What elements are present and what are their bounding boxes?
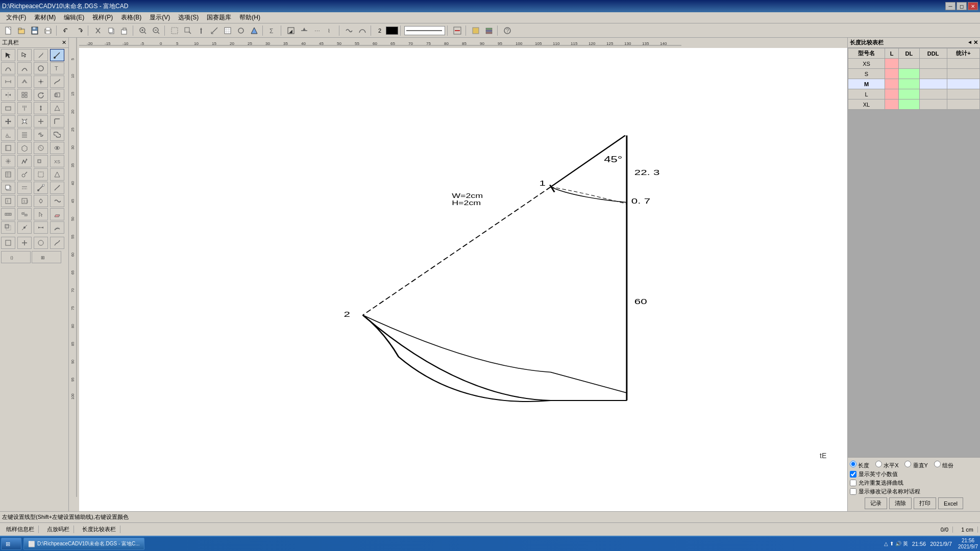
tool-list[interactable] [17, 129, 32, 141]
tool-explode[interactable] [1, 155, 15, 167]
tool-arc[interactable] [17, 62, 32, 74]
tool-special-1[interactable]: ⟨⟩ [1, 251, 31, 263]
tb-color-picker[interactable] [386, 27, 398, 35]
tool-special-2[interactable]: ⊞ [32, 251, 61, 263]
tool-extra-2[interactable] [17, 237, 32, 249]
menu-table[interactable]: 表格(B) [117, 12, 145, 23]
print-button[interactable]: 打印 [914, 497, 936, 509]
tool-ruler[interactable] [1, 208, 15, 220]
tool-dart[interactable] [50, 102, 64, 114]
radio-length[interactable] [850, 461, 856, 467]
tool-grade-pt[interactable] [17, 221, 32, 234]
record-button[interactable]: 记录 [865, 497, 887, 509]
tb-save[interactable] [29, 25, 41, 36]
tool-rotate[interactable] [34, 89, 48, 101]
cell-xl-l[interactable] [885, 99, 899, 110]
tool-array[interactable] [17, 89, 32, 101]
menu-display[interactable]: 显示(V) [145, 12, 174, 23]
status-grade[interactable]: 点放码栏 [43, 525, 74, 533]
tb-curve[interactable] [356, 25, 369, 36]
tb-pan[interactable] [195, 25, 207, 36]
tool-v2[interactable] [50, 168, 64, 181]
tool-line-type[interactable] [17, 182, 32, 194]
tool-table[interactable] [1, 168, 15, 181]
close-button[interactable]: ✕ [968, 2, 978, 10]
cell-m-stat[interactable] [947, 79, 979, 89]
tool-extend[interactable] [34, 115, 48, 128]
cell-s-l[interactable] [885, 69, 899, 79]
tool-move[interactable] [1, 115, 15, 128]
tool-pen[interactable] [34, 49, 48, 61]
tool-stitch[interactable] [17, 155, 32, 167]
toolbox-close-icon[interactable]: ✕ [62, 39, 66, 46]
cell-l-dl[interactable] [898, 89, 919, 99]
right-panel-close-icon[interactable]: ✕ [973, 39, 978, 46]
cell-xs-dl[interactable] [898, 59, 919, 69]
tool-grade-all[interactable] [1, 221, 15, 234]
cell-m-dl[interactable] [898, 79, 919, 89]
tool-dim-line[interactable] [1, 76, 15, 88]
tb-fill[interactable] [248, 25, 260, 36]
tool-seam[interactable] [1, 102, 15, 114]
cell-xs-stat[interactable] [947, 59, 979, 69]
tb-zoom-window[interactable] [182, 25, 194, 36]
status-length-table[interactable]: 长度比较表栏 [78, 525, 120, 533]
tb-measure[interactable] [208, 25, 220, 36]
tool-v1[interactable] [34, 168, 48, 181]
tool-erase[interactable] [50, 208, 64, 220]
tool-grain[interactable] [34, 102, 48, 114]
checkbox-show-modify[interactable] [850, 488, 856, 495]
tool-arrow[interactable] [1, 49, 15, 61]
tool-node-select[interactable] [17, 49, 32, 61]
radio-horizontal-x[interactable] [875, 461, 882, 467]
tool-extra-1[interactable] [1, 237, 15, 249]
status-paper-info[interactable]: 纸样信息栏 [2, 525, 39, 533]
tool-measure2[interactable] [17, 168, 32, 181]
cell-s-stat[interactable] [947, 69, 979, 79]
tool-mirror[interactable] [1, 89, 15, 101]
tb-new[interactable] [2, 25, 14, 36]
tool-eye[interactable] [50, 142, 64, 154]
tool-text[interactable]: T [50, 62, 64, 74]
tb-mark[interactable] [470, 25, 482, 36]
tool-point2[interactable] [34, 195, 48, 207]
tool-hyperlink[interactable] [50, 129, 64, 141]
tb-help[interactable]: ? [501, 25, 513, 36]
cell-l-l[interactable] [885, 89, 899, 99]
cell-xl-stat[interactable] [947, 99, 979, 110]
tool-wave2[interactable] [50, 195, 64, 207]
tool-link[interactable] [34, 129, 48, 141]
tb-grade1[interactable]: ◢ [285, 25, 297, 36]
tb-grade2[interactable] [298, 25, 310, 36]
tool-point[interactable] [34, 76, 48, 88]
cell-xs-l[interactable] [885, 59, 899, 69]
tb-open[interactable] [15, 25, 28, 36]
cell-s-dl[interactable] [898, 69, 919, 79]
tool-bezier[interactable] [50, 76, 64, 88]
tb-select[interactable] [168, 25, 181, 36]
tool-pick[interactable] [34, 208, 48, 220]
tool-align[interactable] [17, 208, 32, 220]
tb-paste[interactable] [118, 25, 131, 36]
cell-l-ddl[interactable] [919, 89, 947, 99]
tb-zoom-in[interactable] [137, 25, 149, 36]
cell-xl-ddl[interactable] [919, 99, 947, 110]
menu-material[interactable]: 素材(M) [30, 12, 60, 23]
menu-edit[interactable]: 编辑(E) [60, 12, 88, 23]
checkbox-show-inches[interactable] [850, 471, 856, 478]
tool-piece[interactable] [1, 142, 15, 154]
tool-copy2[interactable] [1, 182, 15, 194]
tb-cut[interactable] [92, 25, 104, 36]
tool-extra-4[interactable] [50, 237, 64, 249]
tool-info[interactable]: i [1, 195, 15, 207]
tool-trim[interactable] [17, 115, 32, 128]
tool-connect[interactable] [34, 182, 48, 194]
tb-circle-tool[interactable] [235, 25, 247, 36]
tool-hatch[interactable] [34, 142, 48, 154]
tool-circle[interactable] [34, 62, 48, 74]
menu-help[interactable]: 帮助(H) [235, 12, 264, 23]
drawing-canvas[interactable]: 45° 22. 3 0. 7 60 1 2 W=2cm H=2cm [79, 48, 847, 511]
menu-view-p[interactable]: 视样(P) [88, 12, 117, 23]
tool-notch[interactable] [17, 102, 32, 114]
tool-grade-line[interactable] [34, 221, 48, 234]
